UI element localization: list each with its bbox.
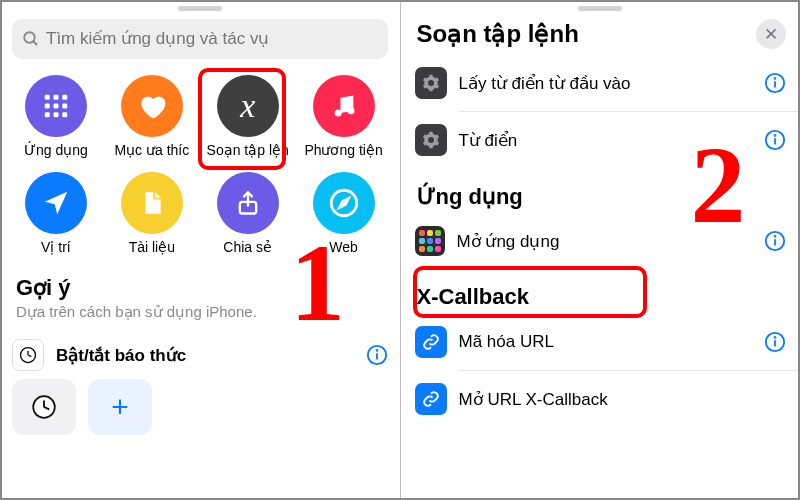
svg-point-36 (775, 337, 776, 338)
search-input[interactable] (46, 29, 378, 49)
svg-point-20 (376, 350, 377, 351)
svg-rect-3 (53, 95, 58, 100)
category-label: Phương tiện (304, 142, 382, 158)
link-icon (415, 326, 447, 358)
group-apps-heading: Ứng dụng (401, 168, 801, 214)
page-title: Soạn tập lệnh (417, 20, 757, 48)
suggestion-label: Bật/tắt báo thức (56, 345, 186, 366)
category-grid: Ứng dụngMục ưa thícxSoạn tập lệnPhương t… (0, 71, 400, 265)
row-url-encode[interactable]: Mã hóa URL (401, 314, 801, 370)
svg-rect-8 (45, 112, 50, 117)
svg-point-12 (347, 107, 354, 114)
left-panel: Ứng dụngMục ưa thícxSoạn tập lệnPhương t… (0, 0, 400, 500)
info-icon[interactable] (366, 344, 388, 366)
svg-point-0 (24, 32, 35, 43)
category-label: Soạn tập lện (207, 142, 289, 158)
category-scripting[interactable]: xSoạn tập lện (200, 75, 296, 158)
share-icon (217, 172, 279, 234)
music-icon (313, 75, 375, 137)
row-dictionary[interactable]: Từ điển (401, 112, 801, 168)
svg-point-30 (775, 135, 776, 136)
suggestion-row-alarm[interactable]: Bật/tắt báo thức (0, 331, 400, 379)
row-open-xcallback-url[interactable]: Mở URL X-Callback (401, 371, 801, 427)
svg-rect-6 (53, 104, 58, 109)
category-label: Web (329, 239, 358, 255)
svg-rect-10 (62, 112, 67, 117)
info-icon[interactable] (764, 72, 786, 94)
group-xcallback-heading: X-Callback (401, 268, 801, 314)
gear-icon (415, 67, 447, 99)
category-label: Mục ưa thíc (114, 142, 189, 158)
svg-rect-9 (53, 112, 58, 117)
tile-clock[interactable] (12, 379, 76, 435)
sheet-grabber-right[interactable] (578, 6, 622, 11)
category-location[interactable]: Vị trí (8, 172, 104, 255)
row-label: Từ điển (459, 130, 753, 151)
x-italic-icon: x (217, 75, 279, 137)
gear-icon (415, 124, 447, 156)
svg-rect-5 (45, 104, 50, 109)
row-label: Mở URL X-Callback (459, 389, 787, 410)
close-button[interactable]: ✕ (756, 19, 786, 49)
suggestions-sub: Dựa trên cách bạn sử dụng iPhone. (0, 303, 400, 331)
search-icon (22, 30, 40, 48)
top-action-list: Lấy từ điển từ đầu vào Từ điển (401, 55, 801, 168)
category-favorites[interactable]: Mục ưa thíc (104, 75, 200, 158)
grid-icon (25, 75, 87, 137)
category-label: Ứng dụng (24, 142, 88, 158)
category-label: Vị trí (41, 239, 71, 255)
row-get-dictionary-input[interactable]: Lấy từ điển từ đầu vào (401, 55, 801, 111)
row-label: Mã hóa URL (459, 332, 753, 352)
info-icon[interactable] (764, 331, 786, 353)
row-label: Lấy từ điển từ đầu vào (459, 73, 753, 94)
category-media[interactable]: Phương tiện (296, 75, 392, 158)
safari-icon (313, 172, 375, 234)
svg-rect-4 (62, 95, 67, 100)
tile-add[interactable]: + (88, 379, 152, 435)
info-icon[interactable] (764, 230, 786, 252)
link-icon (415, 383, 447, 415)
search-bar[interactable] (12, 19, 388, 59)
info-icon[interactable] (764, 129, 786, 151)
suggestions-heading: Gợi ý (0, 265, 400, 303)
category-label: Chia sẻ (223, 239, 272, 255)
right-panel: Soạn tập lệnh ✕ Lấy từ điển từ đầu vào (401, 0, 801, 500)
shortcuts-app-icon (415, 226, 445, 256)
category-web[interactable]: Web (296, 172, 392, 255)
suggestion-tiles: + (0, 379, 400, 443)
heart-icon (121, 75, 183, 137)
category-documents[interactable]: Tài liệu (104, 172, 200, 255)
svg-point-33 (775, 236, 776, 237)
sheet-grabber-left[interactable] (178, 6, 222, 11)
svg-point-11 (334, 110, 341, 117)
category-sharing[interactable]: Chia sẻ (200, 172, 296, 255)
doc-icon (121, 172, 183, 234)
row-open-app[interactable]: Mở ứng dụng (401, 214, 801, 268)
svg-rect-7 (62, 104, 67, 109)
row-label: Mở ứng dụng (457, 231, 753, 252)
close-icon: ✕ (764, 24, 778, 45)
svg-line-1 (33, 41, 37, 45)
svg-rect-2 (45, 95, 50, 100)
category-label: Tài liệu (129, 239, 175, 255)
category-apps[interactable]: Ứng dụng (8, 75, 104, 158)
svg-point-27 (775, 78, 776, 79)
nav-icon (25, 172, 87, 234)
clock-app-icon (12, 339, 44, 371)
plus-icon: + (111, 390, 129, 424)
